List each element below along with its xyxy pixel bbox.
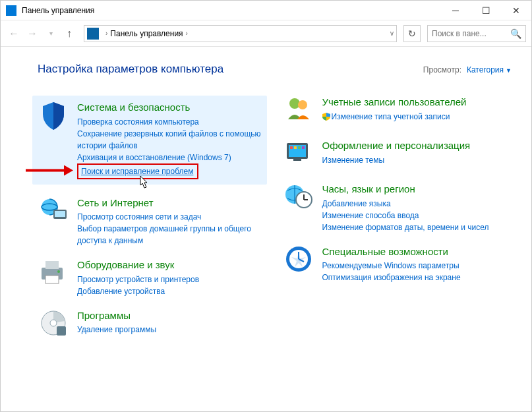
category-network: Сеть и Интернет Просмотр состояния сети … — [38, 196, 267, 247]
control-panel-icon — [6, 5, 16, 16]
category-title[interactable]: Оборудование и звук — [77, 258, 267, 272]
category-link[interactable]: Добавление языка — [322, 198, 512, 210]
back-button[interactable]: ← — [6, 26, 22, 42]
chevron-right-icon: › — [105, 30, 107, 37]
titlebar: Панель управления ─ ☐ ✕ — [1, 1, 531, 20]
refresh-button[interactable]: ↻ — [403, 25, 421, 42]
category-title[interactable]: Система и безопасность — [77, 101, 262, 114]
category-accounts: Учетные записи пользователей Изменение т… — [283, 96, 512, 127]
svg-marker-1 — [64, 165, 73, 175]
category-title[interactable]: Оформление и персонализация — [322, 139, 512, 152]
chevron-right-icon: › — [186, 30, 188, 37]
svg-rect-7 — [45, 261, 59, 269]
uac-shield-icon — [322, 113, 330, 121]
svg-point-9 — [57, 270, 60, 273]
category-link[interactable]: Оптимизация изображения на экране — [322, 272, 512, 283]
svg-rect-19 — [298, 146, 301, 149]
svg-rect-21 — [293, 159, 301, 161]
search-input[interactable] — [432, 29, 508, 38]
network-icon — [38, 196, 69, 228]
category-accessibility: Специальные возможности Рекомендуемые Wi… — [283, 245, 512, 284]
category-link[interactable]: Рекомендуемые Windows параметры — [322, 260, 512, 272]
cursor-icon — [138, 175, 150, 192]
content-header: Настройка параметров компьютера Просмотр… — [38, 63, 512, 76]
breadcrumb-root[interactable]: Панель управления — [110, 29, 183, 38]
svg-rect-12 — [57, 326, 66, 336]
category-programs: Программы Удаление программы — [38, 309, 267, 341]
svg-point-14 — [298, 100, 307, 109]
personalization-icon — [283, 139, 314, 171]
control-panel-breadcrumb-icon — [87, 28, 99, 40]
category-title[interactable]: Программы — [77, 309, 267, 322]
up-button[interactable]: ↑ — [61, 26, 77, 42]
content-area: Настройка параметров компьютера Просмотр… — [1, 47, 531, 366]
window-title: Панель управления — [22, 6, 440, 15]
svg-rect-8 — [45, 276, 59, 283]
address-bar[interactable]: › Панель управления › v — [84, 25, 397, 42]
category-link[interactable]: Проверка состояния компьютера — [77, 116, 262, 128]
clock-globe-icon — [283, 183, 314, 214]
page-heading: Настройка параметров компьютера — [38, 63, 423, 76]
minimize-button[interactable]: ─ — [440, 1, 471, 20]
category-link[interactable]: Архивация и восстановление (Windows 7) — [77, 152, 262, 163]
category-link[interactable]: Изменение форматов даты, времени и чисел — [322, 221, 512, 233]
toolbar: ← → ▾ ↑ › Панель управления › v ↻ 🔍 — [1, 20, 531, 47]
address-dropdown-icon[interactable]: v — [390, 30, 394, 37]
search-icon[interactable]: 🔍 — [510, 28, 521, 39]
svg-rect-18 — [294, 146, 297, 149]
highlighted-link-box: Поиск и исправление проблем — [77, 163, 198, 179]
view-dropdown[interactable]: Категория▼ — [467, 65, 512, 74]
category-link[interactable]: Просмотр состояния сети и задач — [77, 211, 267, 223]
category-hardware: Оборудование и звук Просмотр устройств и… — [38, 258, 267, 297]
category-link[interactable]: Сохранение резервных копий файлов с помо… — [77, 128, 262, 152]
category-appearance: Оформление и персонализация Изменение те… — [283, 139, 512, 171]
category-title[interactable]: Сеть и Интернет — [77, 196, 267, 210]
chevron-down-icon: ▼ — [506, 67, 512, 74]
category-title[interactable]: Часы, язык и регион — [322, 183, 512, 196]
category-link[interactable]: Выбор параметров домашней группы и общег… — [77, 223, 267, 247]
category-link[interactable]: Просмотр устройств и принтеров — [77, 274, 267, 285]
svg-point-11 — [50, 320, 57, 326]
category-link[interactable]: Изменение типа учетной записи — [322, 111, 512, 123]
disc-icon — [38, 309, 69, 341]
svg-rect-20 — [302, 146, 305, 149]
right-column: Учетные записи пользователей Изменение т… — [283, 96, 512, 353]
category-system-security: Система и безопасность Проверка состояни… — [32, 96, 267, 185]
view-label: Просмотр: — [423, 65, 461, 74]
view-value: Категория — [467, 65, 504, 74]
category-link[interactable]: Изменение способа ввода — [322, 210, 512, 221]
category-link[interactable]: Добавление устройства — [77, 285, 267, 297]
category-link[interactable]: Изменение темы — [322, 154, 512, 166]
category-title[interactable]: Специальные возможности — [322, 245, 512, 258]
svg-rect-17 — [290, 146, 293, 149]
category-clock-region: Часы, язык и регион Добавление языка Изм… — [283, 183, 512, 233]
shield-icon — [38, 101, 69, 132]
red-arrow-annotation — [26, 163, 73, 179]
close-button[interactable]: ✕ — [501, 1, 531, 20]
users-icon — [283, 96, 314, 127]
maximize-button[interactable]: ☐ — [471, 1, 501, 20]
svg-rect-5 — [55, 211, 65, 217]
search-box[interactable]: 🔍 — [427, 25, 526, 42]
ease-of-access-icon — [283, 245, 314, 277]
forward-button[interactable]: → — [24, 26, 40, 42]
left-column: Система и безопасность Проверка состояни… — [38, 96, 267, 353]
category-link[interactable]: Удаление программы — [77, 324, 267, 336]
category-title[interactable]: Учетные записи пользователей — [322, 96, 512, 109]
recent-dropdown[interactable]: ▾ — [43, 26, 59, 42]
printer-icon — [38, 258, 69, 290]
